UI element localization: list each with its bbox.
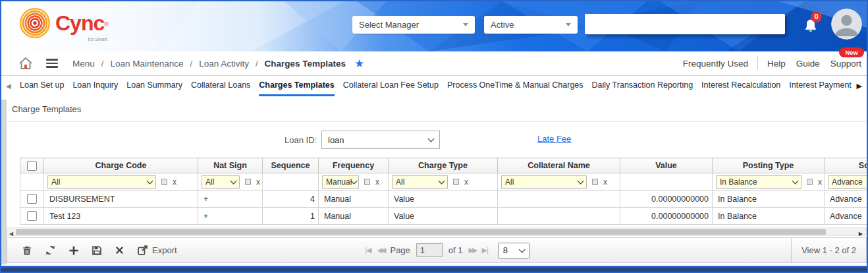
scrollbar-thumb[interactable]	[16, 229, 826, 235]
filter-frequency-select[interactable]: Manual	[322, 175, 359, 189]
filter-options-button[interactable]	[364, 179, 370, 185]
tab-collateral-loans[interactable]: Collateral Loans	[191, 76, 250, 96]
top-banner: Cync® It's Smart Select Manager Active 0	[1, 1, 867, 51]
col-header-sequence[interactable]: Sequence	[263, 158, 319, 173]
late-fee-link[interactable]: Late Fee	[537, 134, 571, 144]
filter-options-button[interactable]	[453, 179, 459, 185]
filter-collateral-name-select[interactable]: All	[501, 175, 587, 189]
guide-link[interactable]: Guide	[796, 59, 820, 69]
cell-frequency: Manual	[319, 191, 389, 208]
tab-loan-set-up[interactable]: Loan Set up	[20, 76, 64, 96]
save-button[interactable]	[92, 245, 102, 256]
previous-page-icon[interactable]	[377, 247, 385, 254]
cync-logo[interactable]: Cync® It's Smart	[18, 7, 109, 40]
pagination: Page of 1 8	[365, 243, 529, 258]
tab-interest-recalculation[interactable]: Interest Recalculation	[701, 76, 780, 96]
cancel-button[interactable]	[115, 245, 124, 255]
chevron-down-icon	[147, 177, 153, 184]
filter-options-button[interactable]	[807, 179, 813, 185]
chevron-down-icon	[792, 177, 799, 184]
search-input[interactable]	[585, 14, 785, 34]
cell-collateral-name	[498, 208, 620, 225]
status-select[interactable]: Active	[484, 16, 578, 34]
filter-clear-button[interactable]: x	[603, 177, 607, 187]
horizontal-scrollbar[interactable]	[7, 228, 867, 236]
cell-collateral-name	[498, 191, 620, 208]
page-number-input[interactable]	[416, 243, 443, 257]
col-header-collateral-name[interactable]: Collateral Name	[498, 158, 620, 173]
cell-sequence: 1	[263, 208, 319, 225]
breadcrumb-bar: Menu / Loan Maintenance / Loan Activity …	[1, 51, 867, 76]
filter-nat-sign-select[interactable]: All	[202, 175, 240, 189]
last-page-icon[interactable]	[481, 247, 487, 254]
col-header-frequency[interactable]: Frequency	[319, 158, 389, 173]
table-row[interactable]: Test 123 + 1 Manual Value 0.00000000000 …	[20, 208, 867, 225]
refresh-button[interactable]	[45, 245, 56, 256]
filter-value: All	[51, 177, 60, 187]
filter-options-button[interactable]	[245, 179, 251, 185]
loan-id-select[interactable]: loan	[321, 131, 440, 149]
help-link[interactable]: Help	[767, 59, 786, 69]
filter-posting-type-select[interactable]: In Balance	[716, 175, 801, 189]
scroll-right-arrow-icon[interactable]	[859, 228, 863, 238]
menu-hamburger-icon[interactable]	[46, 59, 58, 68]
manager-select-value: Select Manager	[359, 20, 419, 30]
cell-nat-sign: +	[198, 191, 263, 208]
col-header-schedule[interactable]: Sc	[825, 158, 867, 173]
col-header-posting-type[interactable]: Posting Type	[713, 158, 825, 173]
frequently-used-link[interactable]: Frequently Used	[683, 59, 748, 69]
add-button[interactable]	[68, 245, 79, 256]
filter-clear-button[interactable]: x	[256, 177, 260, 187]
filter-value: All	[396, 177, 404, 187]
col-header-value[interactable]: Value	[620, 158, 713, 173]
cell-charge-code: DISBURSEMENT	[44, 191, 198, 208]
col-header-charge-type[interactable]: Charge Type	[389, 158, 498, 173]
manager-select[interactable]: Select Manager	[352, 16, 475, 34]
filter-schedule-select[interactable]: Advance	[828, 175, 867, 189]
filter-clear-button[interactable]: x	[173, 177, 176, 187]
table-row[interactable]: DISBURSEMENT + 4 Manual Value 0.00000000…	[20, 191, 867, 208]
breadcrumb-item-loan-maintenance[interactable]: Loan Maintenance	[110, 59, 183, 69]
chevron-down-icon	[439, 177, 445, 184]
page-size-select[interactable]: 8	[498, 243, 529, 258]
tab-loan-summary[interactable]: Loan Summary	[126, 76, 182, 96]
cell-schedule: Advance	[825, 208, 867, 225]
filter-options-button[interactable]	[592, 179, 598, 185]
col-header-nat-sign[interactable]: Nat Sign	[198, 158, 263, 173]
delete-button[interactable]	[22, 245, 32, 256]
scroll-left-arrow-icon[interactable]	[9, 228, 13, 238]
notifications-button[interactable]: 0	[802, 17, 821, 37]
tabs-scroll-right-icon[interactable]	[854, 76, 862, 96]
row-checkbox[interactable]	[27, 194, 37, 204]
support-link[interactable]: Support	[830, 59, 861, 69]
first-page-icon[interactable]	[365, 247, 371, 254]
chevron-down-icon	[231, 177, 237, 184]
filter-options-button[interactable]	[161, 179, 167, 185]
filter-clear-button[interactable]: x	[464, 177, 468, 187]
filter-charge-code-select[interactable]: All	[47, 175, 156, 189]
cell-charge-type: Value	[389, 191, 498, 208]
vertical-scrollbar[interactable]	[1, 100, 7, 264]
filter-clear-button[interactable]: x	[375, 177, 379, 187]
tab-charges-templates[interactable]: Charges Templates	[259, 76, 334, 96]
export-button[interactable]: Export	[137, 245, 177, 256]
tab-process-onetime-manual-charges[interactable]: Process OneTime & Manual Charges	[447, 76, 583, 96]
tab-collateral-loan-fee-setup[interactable]: Collateral Loan Fee Setup	[343, 76, 439, 96]
favorite-star-icon[interactable]	[354, 57, 364, 71]
table-filter-row: All x All x Manual x	[20, 173, 867, 191]
filter-charge-type-select[interactable]: All	[392, 175, 448, 189]
tab-daily-transaction-reporting[interactable]: Daily Transaction Reporting	[592, 76, 693, 96]
user-avatar[interactable]	[831, 9, 862, 40]
select-all-checkbox[interactable]	[27, 161, 37, 171]
row-checkbox[interactable]	[27, 211, 37, 221]
home-icon[interactable]	[18, 57, 33, 70]
next-page-icon[interactable]	[469, 247, 476, 254]
plus-icon	[68, 245, 79, 256]
col-header-charge-code[interactable]: Charge Code	[44, 158, 198, 173]
breadcrumb-item-loan-activity[interactable]: Loan Activity	[199, 59, 249, 69]
tab-loan-inquiry[interactable]: Loan Inquiry	[72, 76, 118, 96]
filter-clear-button[interactable]: x	[818, 177, 822, 187]
tabs-scroll-left-icon[interactable]	[6, 76, 11, 96]
tab-interest-payment[interactable]: Interest Payment	[789, 76, 852, 96]
breadcrumb-item-menu[interactable]: Menu	[72, 59, 95, 69]
